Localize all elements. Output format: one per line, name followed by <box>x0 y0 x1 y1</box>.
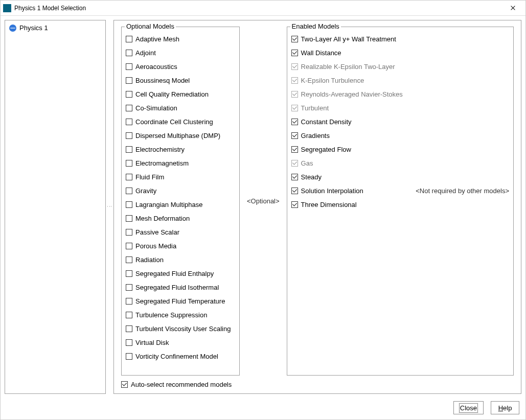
enabled-model-label[interactable]: Segregated Flow <box>301 146 351 153</box>
optional-model-label[interactable]: Coordinate Cell Clustering <box>135 118 213 126</box>
optional-model-checkbox[interactable] <box>126 77 132 84</box>
enabled-model-checkbox[interactable] <box>291 174 298 180</box>
optional-model-label[interactable]: Electrochemistry <box>135 146 185 153</box>
optional-model-label[interactable]: Radiation <box>135 256 164 264</box>
optional-model-label[interactable]: Segregated Fluid Temperature <box>135 297 225 305</box>
enabled-model-item: Turbulent <box>291 103 509 112</box>
optional-model-checkbox[interactable] <box>126 201 132 208</box>
optional-model-item: Segregated Fluid Isothermal <box>126 283 235 292</box>
enabled-model-checkbox[interactable] <box>291 119 298 125</box>
optional-model-checkbox[interactable] <box>126 50 132 56</box>
enabled-model-label[interactable]: Wall Distance <box>301 49 341 57</box>
help-button[interactable]: Help <box>491 401 519 414</box>
optional-model-checkbox[interactable] <box>126 215 132 222</box>
optional-model-item: Mesh Deformation <box>126 214 235 223</box>
enabled-model-label[interactable]: Gradients <box>301 132 330 139</box>
optional-model-checkbox[interactable] <box>126 312 132 318</box>
optional-model-item: Radiation <box>126 255 235 264</box>
optional-model-label[interactable]: Co-Simulation <box>135 104 177 112</box>
optional-model-checkbox[interactable] <box>126 174 132 180</box>
enabled-model-label[interactable]: Steady <box>301 173 322 181</box>
enabled-model-checkbox <box>291 160 298 167</box>
close-button[interactable]: Close <box>453 401 484 414</box>
enabled-model-label[interactable]: Three Dimensional <box>301 201 357 208</box>
optional-model-label[interactable]: Turbulent Viscosity User Scaling <box>135 325 231 333</box>
optional-model-item: Virtual Disk <box>126 338 235 347</box>
optional-model-checkbox[interactable] <box>126 339 132 346</box>
optional-model-checkbox[interactable] <box>126 270 132 277</box>
optional-model-item: Adjoint <box>126 48 235 57</box>
content-area: Physics 1 ⋮ Optional Models Adaptive Mes… <box>1 16 525 398</box>
enabled-model-checkbox[interactable] <box>291 146 298 153</box>
optional-model-label[interactable]: Virtual Disk <box>135 339 169 346</box>
tree-item-label: Physics 1 <box>19 24 48 32</box>
optional-model-checkbox[interactable] <box>126 36 132 42</box>
optional-model-label[interactable]: Segregated Fluid Isothermal <box>135 284 219 291</box>
enabled-model-checkbox[interactable] <box>291 132 298 139</box>
optional-model-label[interactable]: Mesh Deformation <box>135 215 190 222</box>
window-close-button[interactable] <box>501 1 524 15</box>
optional-model-label[interactable]: Adjoint <box>135 49 156 57</box>
splitter-handle[interactable]: ⋮ <box>109 20 110 394</box>
optional-model-label[interactable]: Segregated Fluid Enthalpy <box>135 270 214 277</box>
main-panel: Optional Models Adaptive MeshAdjointAero… <box>113 20 521 394</box>
enabled-model-checkbox[interactable] <box>291 36 298 42</box>
optional-model-label[interactable]: Turbulence Suppression <box>135 311 207 319</box>
optional-model-item: Adaptive Mesh <box>126 34 235 43</box>
optional-model-checkbox[interactable] <box>126 105 132 111</box>
optional-model-label[interactable]: Aeroacoustics <box>135 63 177 71</box>
optional-models-group: Optional Models Adaptive MeshAdjointAero… <box>121 27 240 376</box>
optional-model-item: Coordinate Cell Clustering <box>126 117 235 126</box>
close-icon <box>510 5 516 11</box>
enabled-model-checkbox[interactable] <box>291 188 298 194</box>
optional-model-item: Porous Media <box>126 241 235 250</box>
enabled-model-label[interactable]: Constant Density <box>301 118 352 126</box>
help-button-label: Help <box>498 404 512 412</box>
auto-select-row: Auto-select recommended models <box>121 381 514 388</box>
optional-model-label[interactable]: Passive Scalar <box>135 228 179 236</box>
optional-model-item: Turbulent Viscosity User Scaling <box>126 324 235 333</box>
optional-model-item: Turbulence Suppression <box>126 310 235 319</box>
optional-model-checkbox[interactable] <box>126 229 132 236</box>
enabled-model-checkbox <box>291 77 298 84</box>
optional-model-checkbox[interactable] <box>126 132 132 139</box>
optional-model-label[interactable]: Electromagnetism <box>135 159 189 167</box>
optional-model-checkbox[interactable] <box>126 325 132 332</box>
optional-model-label[interactable]: Gravity <box>135 187 156 195</box>
optional-models-list: Adaptive MeshAdjointAeroacousticsBoussin… <box>126 34 235 361</box>
enabled-model-item: Gas <box>291 158 509 168</box>
optional-model-label[interactable]: Adaptive Mesh <box>135 35 179 43</box>
auto-select-label[interactable]: Auto-select recommended models <box>131 381 232 388</box>
auto-select-checkbox[interactable] <box>121 381 128 388</box>
enabled-model-item: Wall Distance <box>291 48 509 57</box>
optional-model-checkbox[interactable] <box>126 160 132 167</box>
optional-model-checkbox[interactable] <box>126 256 132 263</box>
enabled-model-checkbox[interactable] <box>291 201 298 208</box>
optional-model-label[interactable]: Vorticity Confinement Model <box>135 353 218 360</box>
optional-model-checkbox[interactable] <box>126 298 132 305</box>
optional-model-checkbox[interactable] <box>126 243 132 249</box>
optional-model-checkbox[interactable] <box>126 63 132 70</box>
tree-item-physics1[interactable]: Physics 1 <box>7 24 103 32</box>
optional-model-checkbox[interactable] <box>126 91 132 98</box>
optional-model-label[interactable]: Dispersed Multiphase (DMP) <box>135 132 220 139</box>
optional-model-checkbox[interactable] <box>126 119 132 125</box>
optional-model-label[interactable]: Boussinesq Model <box>135 77 190 84</box>
enabled-model-checkbox[interactable] <box>291 50 298 56</box>
enabled-model-label[interactable]: Two-Layer All y+ Wall Treatment <box>301 35 396 43</box>
optional-model-item: Aeroacoustics <box>126 62 235 71</box>
optional-model-item: Electromagnetism <box>126 158 235 168</box>
groups-row: Optional Models Adaptive MeshAdjointAero… <box>121 27 514 376</box>
optional-model-label[interactable]: Cell Quality Remediation <box>135 90 209 98</box>
enabled-model-label: Gas <box>301 159 313 167</box>
optional-model-label[interactable]: Lagrangian Multiphase <box>135 201 203 208</box>
optional-model-label[interactable]: Fluid Film <box>135 173 164 181</box>
optional-model-checkbox[interactable] <box>126 188 132 194</box>
optional-model-label[interactable]: Porous Media <box>135 242 176 250</box>
optional-model-item: Lagrangian Multiphase <box>126 200 235 209</box>
enabled-model-label[interactable]: Solution Interpolation <box>301 187 363 195</box>
optional-model-checkbox[interactable] <box>126 284 132 291</box>
optional-model-checkbox[interactable] <box>126 146 132 153</box>
enabled-models-list: Two-Layer All y+ Wall TreatmentWall Dist… <box>291 34 509 209</box>
optional-model-checkbox[interactable] <box>126 353 132 360</box>
